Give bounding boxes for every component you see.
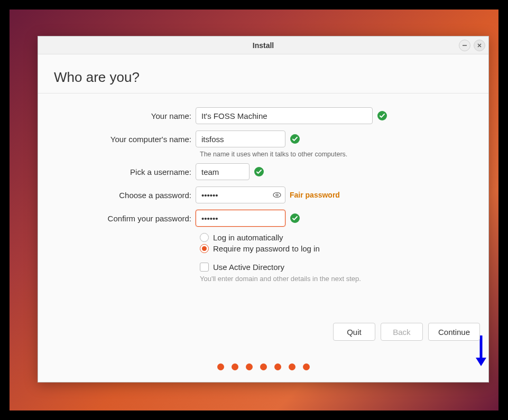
svg-point-7 [276,194,278,196]
option-label: Use Active Directory [213,263,284,272]
ad-hint-text: You'll enter domain and other details in… [200,275,488,283]
label-confirm: Confirm your password: [38,214,196,223]
page-indicator [38,363,488,382]
option-label: Require my password to log in [213,244,320,253]
content-area: Who are you? Your name: Your computer's … [38,54,488,382]
back-button[interactable]: Back [381,323,423,341]
window-title: Install [253,41,274,50]
option-require-password[interactable]: Require my password to log in [200,244,488,253]
row-computer: Your computer's name: [38,130,488,147]
footer-buttons: Quit Back Continue [333,323,480,341]
continue-button[interactable]: Continue [428,323,480,341]
check-icon [254,166,264,177]
password-strength: Fair password [290,191,340,199]
input-yourname[interactable] [196,107,373,124]
row-yourname: Your name: [38,107,488,124]
input-password[interactable] [196,186,285,203]
label-username: Pick a username: [38,167,196,176]
dot-icon [289,363,295,370]
label-yourname: Your name: [38,111,196,120]
quit-button[interactable]: Quit [333,323,375,341]
svg-point-6 [273,193,281,198]
option-label: Log in automatically [213,233,283,242]
row-confirm: Confirm your password: [38,210,488,227]
check-icon [377,110,387,121]
dot-icon [303,363,310,370]
page-heading: Who are you? [38,54,488,93]
dot-icon [232,363,238,370]
checkbox-icon[interactable] [200,263,209,272]
form: Your name: Your computer's name: The nam… [38,94,488,283]
option-login-auto[interactable]: Log in automatically [200,233,488,242]
radio-icon[interactable] [200,244,209,253]
dot-icon [260,363,267,370]
window-controls [459,40,485,51]
row-password: Choose a password: Fair password [38,186,488,203]
input-username[interactable] [196,163,250,180]
radio-icon[interactable] [200,233,209,242]
label-password: Choose a password: [38,191,196,200]
label-computer: Your computer's name: [38,135,196,144]
input-confirm[interactable] [196,210,285,227]
dot-icon [246,363,253,370]
check-icon [290,134,300,144]
dot-icon [217,363,224,370]
titlebar: Install [38,36,488,54]
input-computer[interactable] [196,130,285,147]
desktop-background: Install Who are you? Your name: [10,10,498,410]
check-icon [290,213,300,223]
minimize-button[interactable] [459,40,470,51]
option-active-directory[interactable]: Use Active Directory [200,263,488,272]
installer-window: Install Who are you? Your name: [38,36,489,382]
computer-help-text: The name it uses when it talks to other … [200,151,488,158]
row-username: Pick a username: [38,163,488,180]
close-button[interactable] [474,40,485,51]
eye-icon[interactable] [273,191,281,199]
dot-icon [274,363,281,370]
